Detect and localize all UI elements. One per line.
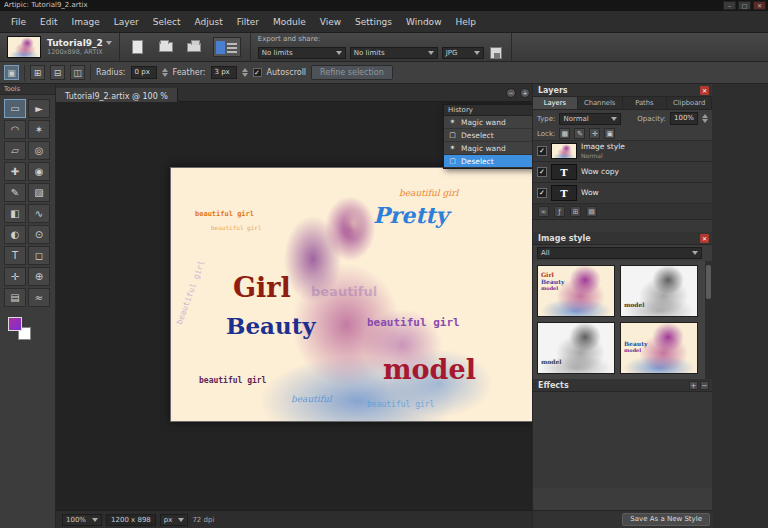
feather-stepper[interactable]: [242, 68, 248, 77]
thumbnails-scrollbar[interactable]: [705, 261, 712, 379]
blend-mode-dropdown[interactable]: Normal: [559, 113, 621, 125]
doc-minimize-button[interactable]: −: [506, 88, 516, 98]
heal-tool-icon[interactable]: ✚: [4, 162, 26, 181]
new-layer-icon[interactable]: ⊞: [570, 206, 581, 217]
menu-view[interactable]: View: [313, 11, 348, 33]
style-thumbnail-3[interactable]: model: [537, 322, 615, 374]
lock-transparency-icon[interactable]: ▦: [559, 128, 570, 139]
stamp-tool-icon[interactable]: ◧: [4, 204, 26, 223]
crop-tool-icon[interactable]: ▱: [4, 141, 26, 160]
visibility-checkbox[interactable]: ✓: [537, 167, 547, 177]
add-effect-button[interactable]: +: [689, 381, 698, 390]
tab-clipboard[interactable]: Clipboard: [667, 97, 712, 109]
zoom-tool-icon[interactable]: ⊕: [28, 267, 50, 286]
lock-position-icon[interactable]: ✛: [589, 128, 600, 139]
visibility-checkbox[interactable]: ✓: [537, 146, 547, 156]
menu-adjust[interactable]: Adjust: [188, 11, 230, 33]
foreground-color-swatch[interactable]: [8, 317, 22, 331]
lock-all-icon[interactable]: ▣: [604, 128, 615, 139]
layer-row-wow-copy[interactable]: ✓ T Wow copy: [533, 162, 712, 183]
selection-mode-new-button[interactable]: ▣: [4, 65, 19, 80]
deselect-icon: ▢: [448, 157, 457, 165]
menu-image[interactable]: Image: [65, 11, 107, 33]
gradient-tool-icon[interactable]: ∿: [28, 204, 50, 223]
feather-input[interactable]: 3 px: [211, 66, 237, 79]
tab-layers[interactable]: Layers: [533, 97, 578, 109]
selection-mode-add-button[interactable]: ⊞: [30, 65, 45, 80]
export-limit-1-dropdown[interactable]: No limits: [258, 47, 346, 59]
visibility-checkbox[interactable]: ✓: [537, 188, 547, 198]
eraser-tool-icon[interactable]: ▨: [28, 183, 50, 202]
delete-layer-icon[interactable]: ▤: [586, 206, 597, 217]
scrollbar-handle[interactable]: [706, 265, 711, 299]
maximize-button[interactable]: □: [738, 1, 751, 10]
navigator-tool-icon[interactable]: ≈: [28, 288, 50, 307]
refine-selection-button[interactable]: Refine selection: [311, 65, 393, 80]
new-document-button[interactable]: [127, 36, 149, 58]
text-tool-icon[interactable]: T: [4, 246, 26, 265]
tab-channels[interactable]: Channels: [578, 97, 623, 109]
share-preview-button[interactable]: [211, 36, 243, 58]
zoom-level-dropdown[interactable]: 100%: [62, 514, 102, 526]
export-save-button[interactable]: [488, 45, 504, 61]
close-button[interactable]: ✕: [753, 1, 766, 10]
hand-tool-icon[interactable]: ✛: [4, 267, 26, 286]
layers-close-icon[interactable]: ✕: [700, 86, 709, 95]
layer-effects-icon[interactable]: ƒ: [554, 206, 565, 217]
lock-pixels-icon[interactable]: ✎: [574, 128, 585, 139]
export-format-dropdown[interactable]: JPG: [442, 47, 484, 59]
menu-file[interactable]: File: [4, 11, 33, 33]
window-title: Artipic: Tutorial9_2.artix: [4, 1, 88, 9]
menu-module[interactable]: Module: [266, 11, 313, 33]
style-thumbnail-2[interactable]: model: [620, 265, 698, 317]
menu-layer[interactable]: Layer: [107, 11, 146, 33]
eyedropper-tool-icon[interactable]: ◎: [28, 141, 50, 160]
magic-wand-tool-icon[interactable]: ✶: [28, 120, 50, 139]
document-switcher[interactable]: Tutorial9_2 1200x898, ARTIX: [0, 33, 120, 61]
canvas-viewport[interactable]: beautiful girl beautiful beautiful girl …: [56, 102, 588, 510]
save-as-new-style-button[interactable]: Save As a New Style: [622, 513, 710, 526]
selection-mode-intersect-button[interactable]: ◫: [70, 65, 85, 80]
menu-edit[interactable]: Edit: [33, 11, 64, 33]
text-layer-icon: T: [551, 185, 577, 201]
blur-tool-icon[interactable]: ⊙: [28, 225, 50, 244]
menu-help[interactable]: Help: [449, 11, 484, 33]
radius-stepper[interactable]: [162, 68, 168, 77]
move-tool-icon[interactable]: ►: [28, 99, 50, 118]
menu-settings[interactable]: Settings: [348, 11, 399, 33]
unit-dropdown[interactable]: px: [160, 514, 189, 526]
opacity-stepper[interactable]: [702, 114, 708, 123]
minimize-button[interactable]: –: [723, 1, 736, 10]
menu-select[interactable]: Select: [146, 11, 188, 33]
open-file-button[interactable]: [155, 36, 177, 58]
remove-effect-button[interactable]: −: [700, 381, 709, 390]
slice-tool-icon[interactable]: ▤: [4, 288, 26, 307]
tab-paths[interactable]: Paths: [623, 97, 668, 109]
print-button[interactable]: [183, 36, 205, 58]
dodge-tool-icon[interactable]: ◐: [4, 225, 26, 244]
style-thumbnail-1[interactable]: Girl Beauty model: [537, 265, 615, 317]
image-style-close-icon[interactable]: ✕: [700, 234, 709, 243]
layer-row-wow[interactable]: ✓ T Wow: [533, 183, 712, 204]
autoscroll-checkbox[interactable]: ✓: [253, 68, 262, 77]
radius-input[interactable]: 0 px: [131, 66, 157, 79]
style-thumbnail-4[interactable]: Beauty model: [620, 322, 698, 374]
menu-filter[interactable]: Filter: [230, 11, 266, 33]
link-layers-icon[interactable]: ∞: [538, 206, 549, 217]
marquee-tool-icon[interactable]: ▭: [4, 99, 26, 118]
brush-tool-icon[interactable]: ◉: [28, 162, 50, 181]
opacity-input[interactable]: 100%: [670, 112, 698, 125]
export-limit-2-dropdown[interactable]: No limits: [350, 47, 438, 59]
artwork-image[interactable]: beautiful girl beautiful beautiful girl …: [170, 167, 545, 422]
pencil-tool-icon[interactable]: ✎: [4, 183, 26, 202]
selection-mode-subtract-button[interactable]: ⊟: [50, 65, 65, 80]
menu-bar: File Edit Image Layer Select Adjust Filt…: [0, 11, 768, 33]
doc-maximize-button[interactable]: +: [520, 88, 530, 98]
artwork-word-6: Beauty: [226, 312, 316, 339]
document-thumbnail: [7, 36, 41, 58]
lasso-tool-icon[interactable]: ◠: [4, 120, 26, 139]
layer-row-image-style[interactable]: ✓ Image style Normal: [533, 141, 712, 162]
shape-tool-icon[interactable]: ◻: [28, 246, 50, 265]
menu-window[interactable]: Window: [399, 11, 449, 33]
style-filter-dropdown[interactable]: All: [537, 247, 702, 259]
